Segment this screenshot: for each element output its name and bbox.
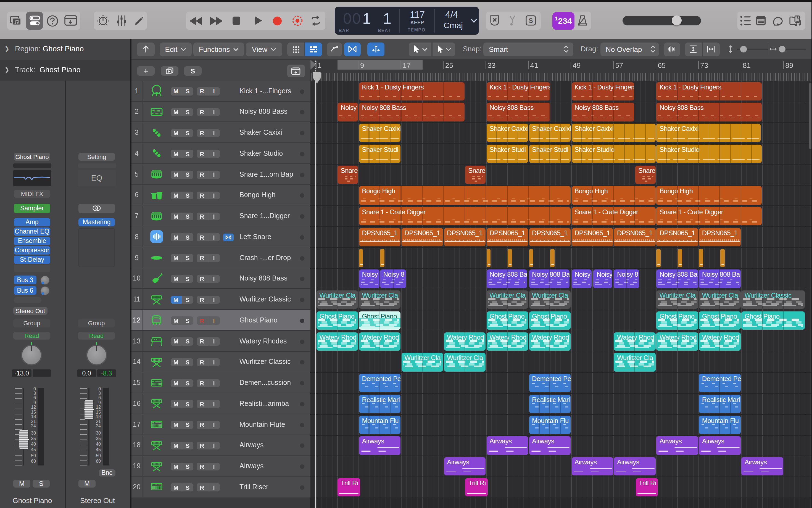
svg-text:S: S <box>529 17 533 24</box>
